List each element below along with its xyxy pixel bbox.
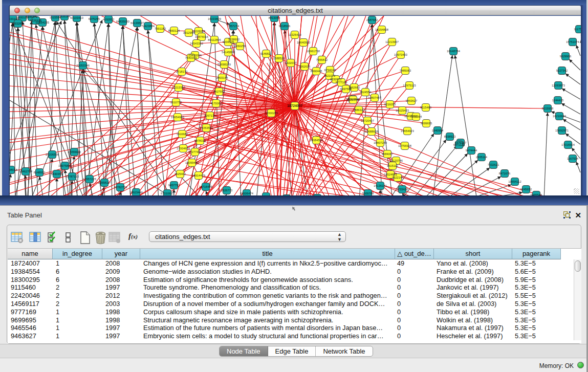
svg-text:20364436: 20364436	[346, 98, 360, 101]
svg-text:9218506: 9218506	[279, 25, 291, 28]
svg-text:7485063: 7485063	[400, 69, 411, 72]
svg-text:10973493: 10973493	[394, 53, 407, 56]
svg-text:93103413: 93103413	[70, 16, 83, 19]
svg-text:16648784: 16648784	[447, 50, 461, 53]
svg-text:5430391: 5430391	[51, 172, 63, 176]
svg-text:18807249: 18807249	[374, 141, 387, 144]
svg-text:1362615: 1362615	[299, 65, 311, 68]
svg-text:2935114: 2935114	[476, 156, 488, 159]
svg-text:14353594: 14353594	[200, 126, 213, 129]
svg-text:12093873: 12093873	[552, 84, 565, 87]
svg-text:97848018: 97848018	[10, 168, 17, 171]
svg-text:4170062: 4170062	[210, 102, 222, 105]
svg-text:20053346: 20053346	[76, 64, 90, 67]
svg-text:1226916: 1226916	[30, 19, 42, 22]
svg-text:9463627: 9463627	[406, 99, 418, 102]
svg-text:10807487: 10807487	[368, 96, 381, 99]
svg-text:16120746: 16120746	[389, 159, 403, 162]
svg-text:8990448: 8990448	[311, 70, 322, 73]
svg-text:02606474: 02606474	[240, 192, 254, 195]
svg-text:19975887: 19975887	[58, 164, 72, 167]
svg-text:16914479: 16914479	[192, 174, 205, 177]
svg-text:7857274: 7857274	[228, 25, 239, 28]
svg-text:2687682: 2687682	[366, 18, 378, 21]
svg-text:1615112: 1615112	[387, 164, 398, 167]
svg-text:12975115: 12975115	[403, 84, 416, 87]
svg-text:14136141: 14136141	[374, 184, 387, 187]
svg-text:8660124: 8660124	[168, 29, 180, 32]
svg-text:8938923: 8938923	[444, 135, 456, 138]
svg-text:19384554: 19384554	[310, 139, 323, 142]
svg-text:64835030: 64835030	[116, 20, 129, 23]
svg-text:1916682: 1916682	[177, 133, 188, 136]
svg-text:7961364: 7961364	[410, 115, 422, 118]
svg-text:18724007: 18724007	[287, 104, 302, 107]
svg-text:5322037: 5322037	[285, 61, 297, 64]
svg-text:4192832: 4192832	[103, 18, 115, 21]
svg-text:7625402: 7625402	[175, 172, 186, 176]
svg-text:54145868: 54145868	[222, 51, 235, 54]
svg-text:9146821: 9146821	[260, 52, 272, 55]
svg-text:1588520: 1588520	[273, 57, 285, 60]
svg-text:7462662: 7462662	[349, 86, 360, 89]
svg-text:15716485: 15716485	[199, 185, 212, 188]
svg-text:8813054: 8813054	[269, 16, 280, 19]
svg-text:16154808: 16154808	[375, 28, 388, 31]
svg-text:6216053: 6216053	[384, 103, 396, 106]
svg-text:9329906: 9329906	[560, 55, 572, 58]
svg-text:72423884: 72423884	[141, 25, 155, 28]
svg-text:7032621: 7032621	[488, 163, 499, 166]
svg-text:19654923: 19654923	[401, 129, 414, 133]
svg-text:6475255: 6475255	[89, 17, 100, 20]
svg-text:1640954: 1640954	[432, 129, 444, 132]
svg-text:16543362: 16543362	[190, 42, 203, 45]
svg-text:9684067: 9684067	[382, 152, 394, 156]
svg-text:17359924: 17359924	[68, 150, 81, 154]
svg-text:3158692: 3158692	[228, 38, 240, 41]
svg-text:9474444: 9474444	[466, 149, 477, 152]
svg-text:9777169: 9777169	[336, 81, 347, 84]
svg-text:3624554: 3624554	[360, 91, 372, 94]
svg-text:3267130: 3267130	[204, 114, 216, 117]
svg-text:8148932: 8148932	[34, 171, 46, 174]
svg-text:12213383: 12213383	[172, 86, 185, 89]
svg-text:10756928: 10756928	[398, 144, 411, 147]
svg-text:16961758: 16961758	[307, 50, 320, 53]
svg-text:2260256: 2260256	[234, 45, 246, 48]
svg-text:16782759: 16782759	[114, 186, 127, 189]
svg-text:12923446: 12923446	[129, 191, 143, 194]
svg-text:9245652: 9245652	[520, 188, 532, 191]
svg-text:1167534: 1167534	[567, 157, 579, 160]
svg-text:15751074: 15751074	[566, 40, 580, 43]
svg-text:8215958: 8215958	[542, 107, 554, 110]
svg-text:2522147: 2522147	[392, 176, 404, 179]
svg-text:15720407: 15720407	[361, 119, 374, 122]
svg-text:9227342: 9227342	[556, 69, 568, 72]
svg-text:87277434: 87277434	[188, 150, 202, 154]
svg-text:10958117: 10958117	[98, 181, 111, 184]
svg-text:7543303: 7543303	[185, 56, 197, 59]
svg-text:6794028: 6794028	[324, 69, 336, 72]
svg-text:9115460: 9115460	[420, 106, 431, 109]
svg-text:8471676: 8471676	[499, 172, 511, 175]
svg-text:16210643: 16210643	[553, 115, 566, 118]
svg-text:12213967: 12213967	[385, 40, 399, 43]
svg-text:5878312: 5878312	[194, 139, 206, 142]
svg-text:19654985: 19654985	[171, 116, 184, 119]
svg-text:18640910: 18640910	[297, 41, 310, 44]
svg-text:10654112: 10654112	[508, 180, 521, 183]
svg-text:16033809: 16033809	[208, 17, 221, 20]
svg-text:65787133: 65787133	[66, 175, 79, 178]
svg-text:10688609: 10688609	[365, 130, 378, 133]
svg-text:17004674: 17004674	[177, 147, 190, 150]
svg-text:2718170: 2718170	[176, 70, 188, 73]
svg-text:20206556: 20206556	[46, 153, 59, 156]
svg-text:23226058: 23226058	[192, 30, 205, 33]
svg-text:8427552: 8427552	[213, 90, 225, 93]
svg-text:7816184: 7816184	[59, 16, 71, 18]
svg-text:11325419: 11325419	[288, 33, 301, 36]
svg-text:1326773: 1326773	[221, 189, 233, 192]
svg-text:18099489: 18099489	[185, 161, 199, 164]
svg-text:17016504: 17016504	[561, 143, 575, 146]
svg-text:1117538: 1117538	[574, 28, 581, 31]
